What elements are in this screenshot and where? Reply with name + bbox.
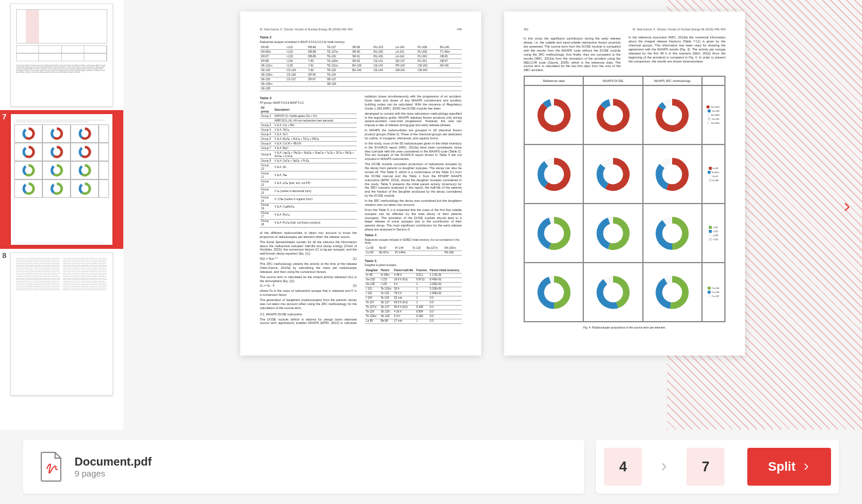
table-row: I 134Te 13452 min10.0 [365, 296, 462, 300]
table-row: Co-58Nb-97Pr-144Tc-133Ba-137mRh-105m [365, 247, 462, 251]
thumbnail-sidebar[interactable]: Lorem ipsum dolor sit amet consectetur a… [0, 0, 123, 429]
body: In MAAP5 the radionuclides are grouped i… [365, 128, 462, 140]
table-row: XE-133mCS-136ZR-95TE-134 [260, 73, 462, 77]
donut-chart [583, 85, 642, 144]
eq: N(t) = N₀e⁻ᵏᵗ(1) [260, 257, 357, 261]
figure-caption: Fig. 4. Radioisotopes proportions in the… [524, 326, 726, 329]
table-row: Xe-135I 1356 h12.28E+01 [365, 282, 462, 287]
table-row: Group 7V & A: BaO [260, 146, 357, 151]
split-controls-card: 4 7 Split [596, 440, 839, 494]
thumbnail-page-number: 7 [2, 112, 6, 121]
table3: FP groupDescriptionGroup 1VAPOR (V): Nob… [260, 106, 357, 228]
table4: Co-58Nb-97Pr-144Tc-133Ba-137mRh-105mCo-6… [365, 247, 462, 256]
donut-chart [643, 263, 702, 322]
page-number: 452 [524, 28, 528, 31]
table-row: XE-138 [260, 87, 462, 91]
donut-chart-grid: Reference dataMAAP5 DOSEMAAP5 JRC method… [524, 76, 726, 322]
next-page-button[interactable] [838, 193, 856, 221]
chart-column-header: MAAP5 DOSE [583, 76, 642, 85]
table2-caption: Table 2 [260, 36, 462, 40]
preview-page-right: 452 M. Vela-García, K. Simola / Annals o… [504, 11, 745, 355]
donut-chart [643, 85, 702, 144]
table-row: Group 8V & A: La₂O₃ + Pr₂O₃ + Nd₂O₃ + Sm… [260, 151, 357, 159]
table-row: Group 14V: CH₃I (iodine in organic form) [260, 196, 357, 204]
body: The Excel Spreadsheets contain for all t… [260, 240, 357, 256]
section-heading: 3.3. MAAP5 DOSE subroutine [260, 312, 357, 317]
table-row: Te 129mSb 1294.3 h0.1660.0 [365, 314, 462, 319]
range-separator-icon [650, 448, 678, 486]
body: In this study, most of the 65 radioisoto… [365, 142, 462, 161]
range-to-input[interactable]: 7 [687, 448, 724, 486]
table-row: Te 129Sb 1294.36 h0.8340.0 [365, 310, 462, 314]
table5-caption: Table 5 [365, 259, 462, 264]
page-thumbnail[interactable]: Lorem ipsum dolor sit amet consectetur a… [0, 0, 123, 110]
document-page-count: 9 pages [75, 468, 151, 478]
donut-chart [643, 204, 702, 263]
chart-column-header: MAAP5 JRC methodology [643, 76, 702, 85]
range-from-input[interactable]: 4 [604, 448, 642, 486]
chart-column-header: Reference data [524, 76, 583, 85]
table-row: Xe-133I 13319.9 h (Kd)0.97128.49E+01 [365, 278, 462, 282]
table-row: Group 9V & A: CeO₂ + NpO₂ + PuO₂ [260, 159, 357, 163]
table3-caption: Table 3 [260, 96, 357, 101]
table-row: I 132Te 13278.0 h11.90E+01 [365, 291, 462, 296]
table-row: XE-135mSB-129 [260, 82, 462, 87]
table-row: Co-60Nb-97mPr-144mRh-106 [365, 251, 462, 255]
table2-sub: Radioactive isotopes considered in MAAP … [260, 41, 462, 44]
page-thumbnail[interactable]: 7 text text text text text text text tex… [0, 110, 123, 249]
table-row: Group 11V & A: Te₂ [260, 171, 357, 179]
table-row: Group 10V & A: Sb [260, 163, 357, 171]
chart-legend: Cs-134Cs-136Cs-137 [702, 263, 725, 322]
table-row: Group 18V & A: PuO₂ (fuel, not fission p… [260, 219, 357, 227]
chart-legend: Kr-85Kr-85mKr-87Kr-88 [702, 144, 725, 204]
donut-chart [524, 85, 583, 144]
table4-sub: Radioactive isotopes included in NUREG i… [365, 239, 462, 245]
body: In this study the significant contributo… [524, 37, 621, 72]
page-number: 449 [457, 28, 462, 31]
thumbnail-page-number: 8 [2, 251, 6, 260]
body: of the different radionuclides is taken … [260, 231, 357, 239]
donut-chart [583, 263, 642, 322]
table5-sub: Daughter & parent isotopes. [365, 264, 462, 267]
table-row: Group 12V & A: UO₂ (fuel, incl. not FP) [260, 179, 357, 187]
document-title: Document.pdf [75, 455, 151, 468]
table-row: XE-135CS-137ZR-97SB-127 [260, 77, 462, 82]
table-row: Group 13V: I₂ (iodine in elemental form) [260, 187, 357, 196]
page-preview-area: M. Vela-García, K. Simola / Annals of Nu… [123, 0, 862, 429]
document-info-card: Document.pdf 9 pages [23, 440, 584, 494]
chart-legend: I-131I-132I-133I-135 [702, 204, 725, 263]
table-row: Group 17V & A: RuO₄ [260, 211, 357, 219]
table-row: I 131Te 131m30 h15.19E+01 [365, 287, 462, 291]
split-button[interactable]: Split [747, 448, 831, 486]
table-row: KR-88I-134Y-90TE-129mSR-92CE-141ND-147PU… [260, 59, 462, 64]
chevron-right-icon [802, 462, 810, 472]
running-head: M. Vela-García, K. Simola / Annals of Nu… [633, 28, 726, 31]
body: From the Table 5, it is expected that th… [365, 208, 462, 232]
table-row: Te 127mSb 12790.0 h (Kd)0.1680.0 [365, 305, 462, 310]
donut-chart [524, 263, 583, 322]
donut-chart [643, 144, 702, 204]
table2: KR-85I-131RB-86TE-127SR-89RU-103LA-140PU… [260, 45, 462, 91]
running-head: M. Vela-García, K. Simola / Annals of Nu… [260, 28, 353, 31]
body: In the reference document (NRC, 2013a) t… [629, 36, 726, 63]
table-row: XE-133CS-134Y-92TE-132BA-140CE-144AM-241… [260, 68, 462, 73]
donut-chart [524, 204, 583, 263]
table-row: Group 16V & A: Cs₂MoO₄ [260, 203, 357, 211]
body: The JRC methodology obtains the activity… [260, 262, 357, 274]
chevron-right-icon [842, 199, 852, 215]
table-row: AEROSOL (A): All non-radioactive inert a… [260, 119, 357, 123]
table5: DaughterParentParent half-lifeFractionPa… [365, 269, 462, 324]
table-row: KR-87I-133RB-89TE-129SR-91RU-106LA-142PU… [260, 54, 462, 59]
table-row: Group 1VAPOR (V): Noble gases (Xe + Kr) [260, 114, 357, 119]
bottom-toolbar: Document.pdf 9 pages 4 7 Split [0, 429, 862, 504]
body: The source term is calculated as the ins… [260, 275, 357, 283]
table-row: KR-85I-131RB-86TE-127SR-89RU-103LA-140PU… [260, 45, 462, 49]
body: The DOSE module considers production of … [365, 162, 462, 198]
donut-chart [583, 144, 642, 204]
table4-caption: Table 4 [365, 233, 462, 238]
page-thumbnail[interactable]: 8 Lorem ipsum dolor sit amet, consectetu… [0, 249, 123, 399]
table-row: Group 5V & A: MoO₂ + RuO₂ + TcO₂ + RhO₂ [260, 137, 357, 142]
body: developed to comply with the dose calcul… [365, 112, 462, 128]
table-row: XE-131mI-135Y-91TE-131mBA-139CE-143PR-14… [260, 64, 462, 68]
split-button-label: Split [768, 459, 795, 474]
